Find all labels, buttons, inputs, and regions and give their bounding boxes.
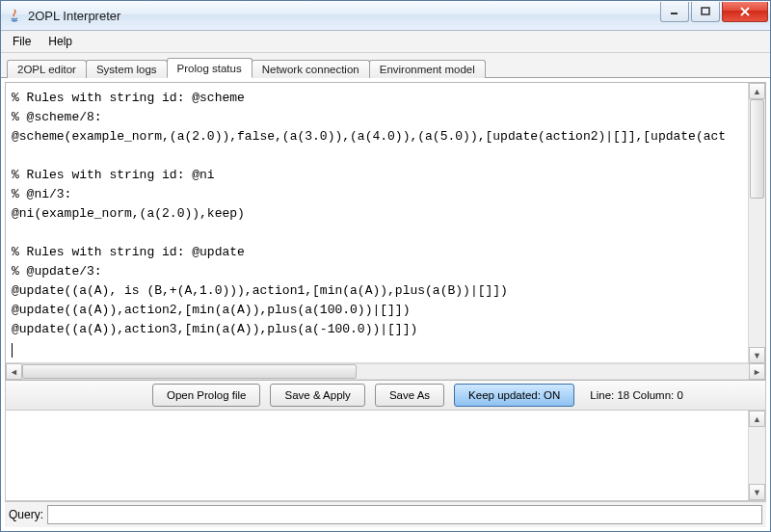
titlebar: 2OPL Interpreter xyxy=(1,1,770,31)
close-button[interactable] xyxy=(722,2,768,22)
editor-horizontal-scrollbar[interactable]: ◄ ► xyxy=(6,362,765,380)
menubar: File Help xyxy=(1,31,770,53)
minimize-button[interactable] xyxy=(660,2,689,22)
editor-vertical-scrollbar[interactable]: ▲ ▼ xyxy=(748,83,765,363)
save-as-button[interactable]: Save As xyxy=(375,384,444,407)
query-label: Query: xyxy=(9,508,43,521)
menu-file[interactable]: File xyxy=(5,33,39,50)
svg-rect-1 xyxy=(702,8,709,14)
window-controls xyxy=(660,2,768,21)
query-bar: Query: xyxy=(5,501,766,527)
java-icon xyxy=(7,8,22,23)
tab-network-connection[interactable]: Network connection xyxy=(252,60,370,78)
editor-text: % Rules with string id: @scheme % @schem… xyxy=(12,91,726,336)
scroll-track[interactable] xyxy=(22,363,749,380)
maximize-button[interactable] xyxy=(691,2,720,22)
app-window: 2OPL Interpreter File Help 2OPL editor S… xyxy=(0,0,771,532)
save-apply-button[interactable]: Save & Apply xyxy=(270,384,364,407)
open-prolog-file-button[interactable]: Open Prolog file xyxy=(152,384,260,407)
editor-pane: % Rules with string id: @scheme % @schem… xyxy=(5,82,766,381)
scroll-up-icon[interactable]: ▲ xyxy=(749,83,765,99)
scroll-track[interactable] xyxy=(749,99,765,347)
window-title: 2OPL Interpreter xyxy=(28,9,660,23)
output-pane[interactable]: ▲ ▼ xyxy=(5,411,766,501)
query-input[interactable] xyxy=(47,505,762,524)
cursor-position-label: Line: 18 Column: 0 xyxy=(590,389,683,401)
output-vertical-scrollbar[interactable]: ▲ ▼ xyxy=(748,411,765,500)
scroll-down-icon[interactable]: ▼ xyxy=(749,347,765,363)
scroll-thumb[interactable] xyxy=(22,364,357,379)
content-area: % Rules with string id: @scheme % @schem… xyxy=(1,78,770,531)
tab-2opl-editor[interactable]: 2OPL editor xyxy=(7,60,87,78)
tab-environment-model[interactable]: Environment model xyxy=(369,60,486,78)
tabstrip: 2OPL editor System logs Prolog status Ne… xyxy=(1,53,770,78)
scroll-up-icon[interactable]: ▲ xyxy=(749,411,765,427)
scroll-left-icon[interactable]: ◄ xyxy=(6,363,22,380)
prolog-editor[interactable]: % Rules with string id: @scheme % @schem… xyxy=(6,83,765,362)
button-bar: Open Prolog file Save & Apply Save As Ke… xyxy=(5,381,766,411)
scroll-thumb[interactable] xyxy=(750,99,764,199)
tab-system-logs[interactable]: System logs xyxy=(86,60,168,78)
text-caret xyxy=(12,343,13,358)
scroll-down-icon[interactable]: ▼ xyxy=(749,484,765,500)
scroll-right-icon[interactable]: ► xyxy=(749,363,765,380)
tab-prolog-status[interactable]: Prolog status xyxy=(167,58,253,78)
keep-updated-toggle[interactable]: Keep updated: ON xyxy=(454,384,574,407)
scroll-track[interactable] xyxy=(749,427,765,484)
menu-help[interactable]: Help xyxy=(40,33,80,50)
